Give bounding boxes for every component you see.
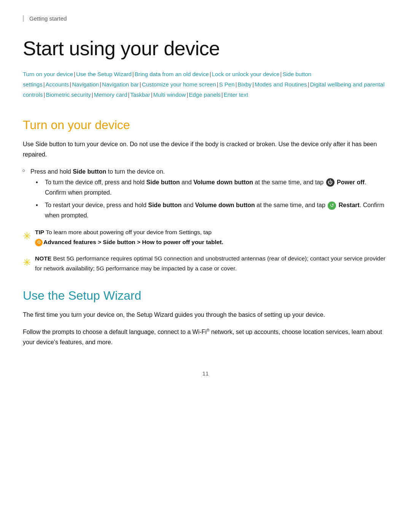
toc-link-taskbar[interactable]: Taskbar [130,91,150,98]
tip-content: TIP To learn more about powering off you… [35,227,223,247]
restart-icon: ↺ [328,201,336,210]
tip-text: To learn more about powering off your de… [35,229,223,245]
note-label: NOTE [35,255,51,262]
breadcrumb: Getting started [23,15,388,22]
section2-para2: Follow the prompts to choose a default l… [23,327,388,347]
section2-title: Use the Setup Wizard [23,289,388,303]
toc-link-navigation[interactable]: Navigation [72,81,99,88]
section1-bullet-main: Press and hold Side button to turn the d… [30,166,388,220]
toc-link-enter-text[interactable]: Enter text [224,91,248,98]
tip-bold: Advanced features > Side button > How to… [43,239,223,245]
toc-link-memory[interactable]: Memory card [94,91,127,98]
breadcrumb-label: Getting started [29,15,67,22]
page-title: Start using your device [23,37,388,60]
toc-link-accounts[interactable]: Accounts [46,81,69,88]
note-text: Best 5G performance requires optimal 5G … [35,255,386,272]
toc-link-spen[interactable]: S Pen [219,81,235,88]
toc-link-biometric[interactable]: Biometric security [46,91,91,98]
toc-link-home-screen[interactable]: Customize your home screen [142,81,216,88]
section1-sub-bullet1: To turn the device off, press and hold S… [41,177,388,198]
tip-label: TIP [35,229,44,235]
section1-title: Turn on your device [23,118,388,132]
toc-link-modes[interactable]: Modes and Routines [255,81,307,88]
section1-sub-bullet2: To restart your device, press and hold S… [41,200,388,220]
section2-para1: The first time you turn your device on, … [23,310,388,320]
note-box: ✳ NOTE Best 5G performance requires opti… [23,254,388,273]
toc-link-nav-bar[interactable]: Navigation bar [102,81,139,88]
advanced-features-icon: ⚙ [35,239,43,246]
power-icon: ⏻ [326,178,335,187]
toc-link-turn-on[interactable]: Turn on your device [23,71,73,77]
tip-box: ✳ TIP To learn more about powering off y… [23,227,388,247]
toc-link-edge[interactable]: Edge panels [189,91,220,98]
toc-link-bixby[interactable]: Bixby [237,81,252,88]
section1-sub-bullets: To turn the device off, press and hold S… [41,177,388,221]
toc-link-setup-wizard[interactable]: Use the Setup Wizard [76,71,132,77]
page-number: 11 [23,370,388,377]
tip-lightbulb-icon: ✳ [23,228,31,244]
toc-link-lock-unlock[interactable]: Lock or unlock your device [212,71,280,77]
toc-link-bring-data[interactable]: Bring data from an old device [135,71,209,77]
section1-bullet-main-list: Press and hold Side button to turn the d… [30,166,388,220]
note-content: NOTE Best 5G performance requires optima… [35,254,388,273]
toc-links: Turn on your device|Use the Setup Wizard… [23,69,388,100]
toc-link-multiwindow[interactable]: Multi window [153,91,186,98]
note-lightbulb-icon: ✳ [23,254,31,271]
section1-intro: Use Side button to turn your device on. … [23,139,388,160]
